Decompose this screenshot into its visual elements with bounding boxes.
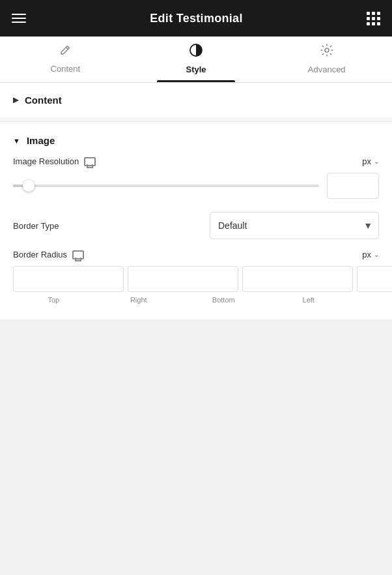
image-section-chevron: ▼ bbox=[13, 137, 20, 145]
border-radius-monitor-icon bbox=[72, 250, 84, 259]
resolution-unit-value: px bbox=[362, 156, 371, 166]
image-resolution-row: Image Resolution px ⌄ bbox=[13, 156, 379, 166]
app-header: Edit Testimonial bbox=[0, 0, 392, 37]
hamburger-menu-icon[interactable] bbox=[12, 14, 26, 23]
tab-advanced-label: Advanced bbox=[308, 65, 346, 74]
image-section-label: Image bbox=[27, 135, 55, 146]
resolution-slider-thumb[interactable] bbox=[23, 180, 35, 192]
border-radius-unit-arrow: ⌄ bbox=[374, 251, 379, 258]
image-resolution-label: Image Resolution bbox=[13, 156, 96, 166]
resolution-slider-container[interactable] bbox=[13, 179, 319, 192]
border-radius-unit-selector[interactable]: px ⌄ bbox=[362, 250, 379, 259]
content-tab-icon bbox=[59, 44, 72, 60]
tabs-nav: Content Style Advanced bbox=[0, 37, 392, 83]
border-type-select[interactable]: Default None Solid Dotted Dashed Double bbox=[210, 212, 379, 239]
page-title: Edit Testimonial bbox=[150, 12, 242, 25]
corner-label-top: Top bbox=[13, 296, 94, 304]
tab-advanced[interactable]: Advanced bbox=[261, 43, 392, 82]
content-section-chevron: ▶ bbox=[13, 96, 18, 104]
tab-style-label: Style bbox=[186, 65, 206, 74]
monitor-icon bbox=[84, 157, 96, 166]
advanced-tab-icon bbox=[320, 43, 334, 61]
style-tab-icon bbox=[189, 43, 203, 61]
border-radius-bottom-input[interactable] bbox=[242, 266, 353, 292]
border-radius-left-input[interactable] bbox=[357, 266, 392, 292]
border-radius-unit-value: px bbox=[362, 250, 371, 259]
tab-content[interactable]: Content bbox=[0, 44, 131, 81]
main-content: ▶ Content ▼ Image Image Resolution px ⌄ bbox=[0, 83, 392, 319]
border-type-label: Border Type bbox=[13, 221, 59, 231]
corner-label-left: Left bbox=[268, 296, 350, 304]
tab-style[interactable]: Style bbox=[131, 43, 262, 82]
resolution-unit-arrow: ⌄ bbox=[374, 158, 379, 165]
resolution-slider-row bbox=[13, 173, 379, 199]
border-radius-right-input[interactable] bbox=[128, 266, 238, 292]
corner-label-right: Right bbox=[98, 296, 180, 304]
border-radius-inputs-row bbox=[13, 266, 379, 292]
grid-apps-icon[interactable] bbox=[367, 12, 380, 25]
content-section-label: Content bbox=[25, 95, 62, 106]
svg-point-1 bbox=[325, 48, 329, 52]
resolution-unit-selector[interactable]: px ⌄ bbox=[362, 156, 379, 166]
tab-content-label: Content bbox=[51, 64, 81, 74]
border-radius-row: Border Radius px ⌄ bbox=[13, 250, 379, 259]
image-section: ▼ Image Image Resolution px ⌄ bbox=[0, 122, 392, 319]
image-section-header[interactable]: ▼ Image bbox=[13, 122, 379, 156]
corner-labels-row: Top Right Bottom Left bbox=[13, 296, 379, 304]
content-section-header[interactable]: ▶ Content bbox=[0, 83, 392, 117]
border-radius-top-input[interactable] bbox=[13, 266, 124, 292]
resolution-value-input[interactable] bbox=[327, 173, 379, 199]
corner-label-bottom: Bottom bbox=[183, 296, 264, 304]
border-type-row: Border Type Default None Solid Dotted Da… bbox=[13, 212, 379, 239]
border-radius-label: Border Radius bbox=[13, 250, 84, 259]
resolution-slider-track bbox=[13, 184, 319, 187]
border-type-select-wrapper: Default None Solid Dotted Dashed Double … bbox=[210, 212, 379, 239]
content-section: ▶ Content bbox=[0, 83, 392, 117]
